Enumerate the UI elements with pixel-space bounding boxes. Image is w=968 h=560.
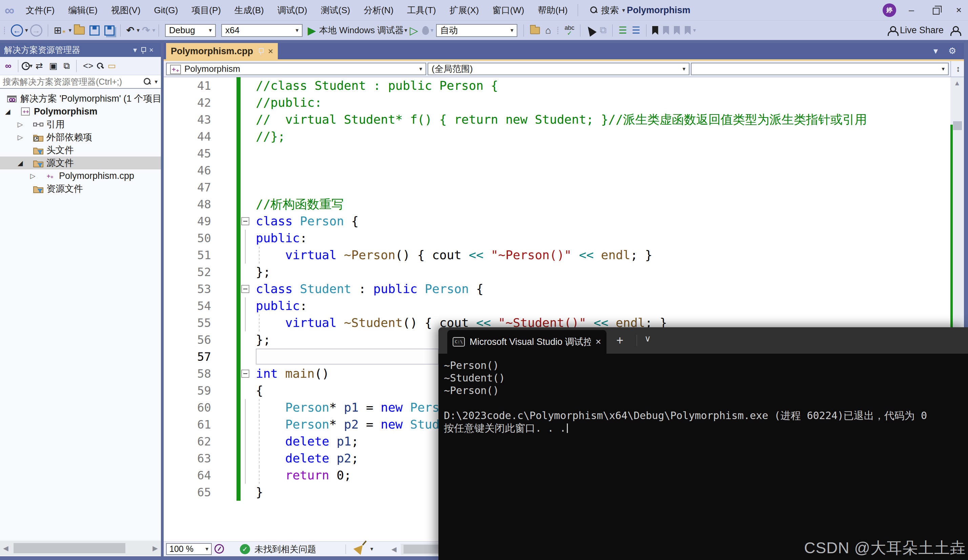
- code-line-44[interactable]: 44//};: [164, 128, 968, 145]
- expand-arrow-icon[interactable]: ▷: [18, 120, 23, 128]
- collapse-region-icon[interactable]: [241, 369, 249, 378]
- decrease-indent-icon[interactable]: ☰: [618, 25, 627, 36]
- pending-changes-filter-icon[interactable]: [22, 62, 30, 70]
- hot-reload-mode-dropdown[interactable]: 自动 ▾: [436, 24, 517, 37]
- properties-wrench-icon[interactable]: [96, 62, 104, 70]
- debug-console-window[interactable]: C:\ Microsoft Visual Studio 调试控 × + ∨ ~P…: [438, 327, 968, 560]
- split-editor-button[interactable]: ↕: [950, 61, 965, 76]
- scrollbar-thumb[interactable]: [953, 121, 962, 130]
- search-box[interactable]: 搜索 ▾: [582, 4, 634, 16]
- new-project-icon[interactable]: ⊞✶: [54, 25, 66, 36]
- undo-icon[interactable]: ↶: [126, 25, 134, 36]
- menu-item[interactable]: 项目(P): [185, 0, 228, 20]
- close-icon[interactable]: ×: [268, 46, 273, 56]
- quick-actions-icon[interactable]: [214, 544, 224, 553]
- tree-item-polymorphism.cpp[interactable]: ▷+₊Polymorphism.cpp: [0, 169, 161, 182]
- close-button[interactable]: ×: [949, 0, 968, 20]
- open-file-icon[interactable]: [74, 27, 85, 35]
- minimize-button[interactable]: –: [901, 0, 922, 20]
- code-line-43[interactable]: 43// virtual Student* f() { return new S…: [164, 111, 968, 128]
- expand-arrow-icon[interactable]: ▷: [18, 133, 23, 141]
- menu-item[interactable]: 扩展(X): [443, 0, 486, 20]
- code-line-53[interactable]: 53class Student : public Person {: [164, 280, 968, 297]
- expand-arrow-icon[interactable]: ▷: [30, 172, 35, 180]
- tree-item-polymorphism[interactable]: ◢++Polymorphism: [0, 105, 161, 118]
- scroll-left-icon[interactable]: ◀: [0, 544, 12, 552]
- tree-item--polymorphism-1-[interactable]: 解决方案 'Polymorphism' (1 个项目，共: [0, 92, 161, 105]
- zoom-dropdown[interactable]: 100 % ▾: [166, 543, 212, 555]
- menu-item[interactable]: 分析(N): [357, 0, 400, 20]
- document-tab[interactable]: Polymorphism.cpp ×: [166, 43, 278, 59]
- solution-explorer-hscrollbar[interactable]: ◀ ▶: [0, 541, 161, 556]
- solution-explorer-search-input[interactable]: [0, 77, 144, 87]
- menu-item[interactable]: 编辑(E): [61, 0, 104, 20]
- chevron-down-icon[interactable]: ▾: [370, 542, 373, 557]
- redo-icon[interactable]: ↷: [142, 25, 150, 36]
- terminal-tab[interactable]: C:\ Microsoft Visual Studio 调试控 ×: [447, 330, 607, 354]
- menu-item[interactable]: 工具(T): [401, 0, 443, 20]
- clear-bookmarks-icon[interactable]: [685, 26, 691, 35]
- scroll-up-icon[interactable]: ▲: [950, 77, 964, 89]
- menu-item[interactable]: 帮助(H): [531, 0, 574, 20]
- chevron-down-icon[interactable]: ▾: [68, 27, 71, 34]
- menu-item[interactable]: 生成(B): [228, 0, 271, 20]
- switch-views-icon[interactable]: ⇄: [36, 61, 43, 71]
- start-debugging-label[interactable]: 本地 Windows 调试器: [319, 25, 404, 36]
- tree-item--[interactable]: ▷引用: [0, 118, 161, 131]
- code-line-42[interactable]: 42//public:: [164, 94, 968, 111]
- chevron-down-icon[interactable]: ▾: [136, 27, 139, 34]
- code-line-45[interactable]: 45: [164, 145, 968, 162]
- project-dropdown[interactable]: +₊Polymorphism ▾: [166, 63, 426, 75]
- start-without-debugging-icon[interactable]: ▷: [409, 24, 418, 37]
- collapse-arrow-icon[interactable]: ◢: [5, 108, 10, 116]
- code-line-49[interactable]: 49class Person {: [164, 213, 968, 230]
- close-icon[interactable]: ×: [146, 46, 157, 55]
- tree-item--[interactable]: 资源文件: [0, 182, 161, 195]
- scroll-right-icon[interactable]: ▶: [149, 544, 161, 552]
- toolbar-drag-handle[interactable]: ┊: [2, 27, 7, 35]
- code-line-51[interactable]: 51 virtual ~Person() { cout << "~Person(…: [164, 247, 968, 263]
- feedback-icon[interactable]: [950, 26, 959, 35]
- properties-pages-icon[interactable]: ⧉: [63, 61, 70, 71]
- scope-dropdown[interactable]: (全局范围) ▾: [428, 63, 690, 75]
- menu-item[interactable]: 窗口(W): [486, 0, 531, 20]
- panel-splitter[interactable]: [161, 43, 164, 560]
- view-code-icon[interactable]: <>: [83, 61, 93, 71]
- solution-explorer-home-icon[interactable]: ⌂: [545, 25, 551, 36]
- spell-check-icon[interactable]: abc✓: [564, 25, 574, 36]
- save-all-icon[interactable]: [104, 25, 114, 36]
- collapse-all-icon[interactable]: ▣: [49, 61, 58, 71]
- menu-item[interactable]: 文件(F): [19, 0, 61, 20]
- find-in-files-icon[interactable]: [530, 27, 540, 34]
- solution-explorer-header[interactable]: 解决方案资源管理器 ▾ ×: [0, 43, 161, 57]
- tree-item--[interactable]: 头文件: [0, 144, 161, 156]
- sync-with-active-document-icon[interactable]: ∞: [5, 61, 12, 71]
- scroll-left-icon[interactable]: ◀: [391, 542, 396, 557]
- chevron-down-icon[interactable]: ▾: [25, 27, 28, 34]
- platform-dropdown[interactable]: x64 ▾: [221, 24, 303, 37]
- chevron-down-icon[interactable]: ▾: [933, 46, 938, 56]
- toggle-bookmark-icon[interactable]: [652, 26, 658, 35]
- pin-icon[interactable]: [258, 47, 263, 55]
- preview-selected-items-icon[interactable]: ▭: [108, 61, 116, 71]
- chevron-down-icon[interactable]: ▾: [693, 27, 696, 34]
- save-icon[interactable]: [90, 25, 99, 36]
- member-dropdown[interactable]: ▾: [691, 63, 949, 75]
- chevron-down-icon[interactable]: ▾: [154, 78, 157, 85]
- next-bookmark-icon[interactable]: [674, 26, 680, 35]
- tree-item--[interactable]: ▷外部依赖项: [0, 131, 161, 144]
- chevron-down-icon[interactable]: ▾: [152, 27, 156, 34]
- code-line-46[interactable]: 46: [164, 162, 968, 179]
- paste-with-indent-icon[interactable]: ⧉: [600, 25, 607, 36]
- navigate-back-icon[interactable]: ←: [11, 25, 23, 36]
- previous-bookmark-icon[interactable]: [663, 26, 669, 35]
- navigate-forward-icon[interactable]: →: [30, 25, 42, 36]
- code-line-54[interactable]: 54public:: [164, 297, 968, 315]
- collapse-arrow-icon[interactable]: ◢: [18, 159, 23, 167]
- select-mode-icon[interactable]: [585, 24, 597, 36]
- live-share-button[interactable]: Live Share: [888, 25, 943, 36]
- menu-item[interactable]: Git(G): [148, 0, 185, 20]
- pin-icon[interactable]: [140, 46, 146, 54]
- solution-explorer-search[interactable]: ▾: [0, 75, 161, 89]
- scrollbar-thumb[interactable]: [13, 543, 125, 553]
